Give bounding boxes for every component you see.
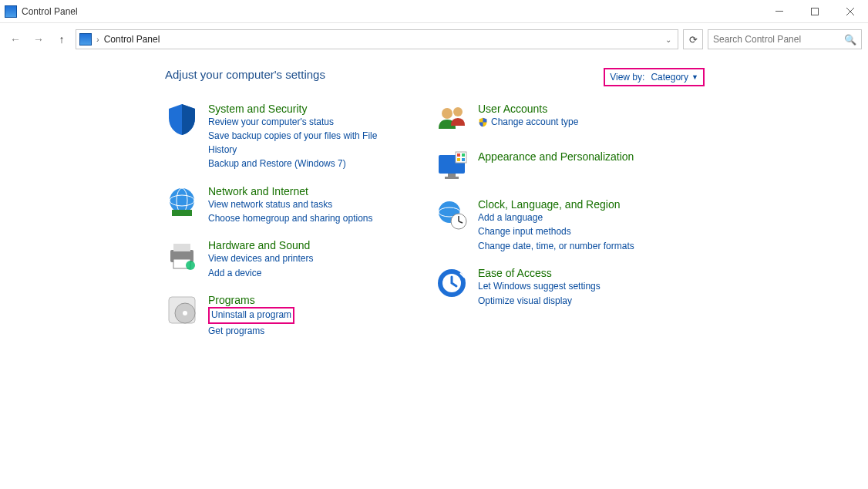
svg-rect-18 <box>462 153 465 157</box>
search-bar[interactable]: 🔍 <box>708 29 862 49</box>
search-icon[interactable]: 🔍 <box>844 34 856 46</box>
minimize-button[interactable] <box>762 0 797 23</box>
category-body: System and Security Review your computer… <box>208 103 389 171</box>
category-body: User Accounts Change account type <box>478 103 578 137</box>
category-body: Network and Internet View network status… <box>208 185 372 226</box>
close-button[interactable] <box>833 0 868 23</box>
refresh-icon: ⟳ <box>689 34 698 46</box>
search-input[interactable] <box>713 34 836 45</box>
svg-point-2 <box>170 188 194 213</box>
link-backup-restore[interactable]: Backup and Restore (Windows 7) <box>208 157 389 170</box>
category-title-user-accounts[interactable]: User Accounts <box>478 103 578 115</box>
category-title-system-security[interactable]: System and Security <box>208 103 389 115</box>
svg-rect-5 <box>172 210 192 216</box>
svg-rect-17 <box>457 153 460 157</box>
titlebar-left: Control Panel <box>0 5 78 18</box>
category-user-accounts: User Accounts Change account type <box>435 103 658 137</box>
category-body: Clock, Language, and Region Add a langua… <box>478 198 634 253</box>
breadcrumb-sep-icon: › <box>96 35 99 44</box>
category-programs: Programs Uninstall a program Get program… <box>165 294 389 338</box>
people-icon <box>435 103 469 137</box>
category-columns: System and Security Review your computer… <box>165 103 868 338</box>
heading-row: Adjust your computer's settings View by:… <box>165 68 705 103</box>
link-optimize-display[interactable]: Optimize visual display <box>478 295 601 308</box>
breadcrumb[interactable]: Control Panel <box>104 34 160 45</box>
link-network-status[interactable]: View network status and tasks <box>208 198 372 211</box>
category-body: Hardware and Sound View devices and prin… <box>208 239 314 280</box>
maximize-button[interactable] <box>797 0 833 23</box>
maximize-icon <box>811 8 819 15</box>
window-title: Control Panel <box>22 6 78 17</box>
svg-rect-20 <box>462 158 465 161</box>
category-body: Ease of Access Let Windows suggest setti… <box>478 267 601 308</box>
monitor-icon <box>435 150 469 184</box>
category-title-network[interactable]: Network and Internet <box>208 185 372 197</box>
up-arrow-icon: ↑ <box>59 33 65 46</box>
content-area: Adjust your computer's settings View by:… <box>0 52 868 338</box>
view-by-label: View by: <box>610 72 644 83</box>
link-homegroup[interactable]: Choose homegroup and sharing options <box>208 212 372 225</box>
shield-icon <box>165 103 199 137</box>
minimize-icon <box>775 11 783 12</box>
link-date-formats[interactable]: Change date, time, or number formats <box>478 240 634 253</box>
ease-of-access-icon <box>435 267 469 301</box>
back-button[interactable]: ← <box>6 30 25 49</box>
category-body: Appearance and Personalization <box>478 150 634 184</box>
disc-icon <box>165 294 199 328</box>
svg-rect-19 <box>457 158 460 161</box>
link-change-account-type[interactable]: Change account type <box>478 116 578 129</box>
svg-rect-1 <box>812 8 819 15</box>
category-clock-language-region: Clock, Language, and Region Add a langua… <box>435 198 658 253</box>
category-system-security: System and Security Review your computer… <box>165 103 389 171</box>
clock-globe-icon <box>435 198 469 232</box>
right-column: User Accounts Change account type Appear… <box>435 103 658 338</box>
category-title-appearance[interactable]: Appearance and Personalization <box>478 150 634 163</box>
category-title-programs[interactable]: Programs <box>208 294 294 306</box>
address-bar[interactable]: › Control Panel ⌄ <box>76 29 678 49</box>
titlebar: Control Panel <box>0 0 868 23</box>
link-uninstall-program[interactable]: Uninstall a program <box>208 307 294 323</box>
link-file-history[interactable]: Save backup copies of your files with Fi… <box>208 130 389 157</box>
printer-icon <box>165 239 199 273</box>
control-panel-chip-icon <box>79 33 92 46</box>
svg-rect-7 <box>173 244 190 251</box>
globe-icon <box>165 185 199 219</box>
svg-point-13 <box>442 108 453 119</box>
uac-shield-icon <box>478 117 488 127</box>
chevron-down-icon: ▼ <box>691 73 698 81</box>
link-suggest-settings[interactable]: Let Windows suggest settings <box>478 280 601 293</box>
category-ease-of-access: Ease of Access Let Windows suggest setti… <box>435 267 658 308</box>
link-get-programs[interactable]: Get programs <box>208 325 294 338</box>
svg-rect-22 <box>445 177 459 179</box>
link-add-language[interactable]: Add a language <box>478 211 634 224</box>
window-controls <box>762 0 868 23</box>
up-button[interactable]: ↑ <box>52 30 71 49</box>
link-input-methods[interactable]: Change input methods <box>478 225 634 238</box>
view-by-value-text: Category <box>651 72 688 83</box>
address-dropdown-icon[interactable]: ⌄ <box>662 35 675 44</box>
category-appearance-personalization: Appearance and Personalization <box>435 150 658 184</box>
category-title-clock[interactable]: Clock, Language, and Region <box>478 198 634 211</box>
svg-rect-21 <box>448 174 456 177</box>
forward-button[interactable]: → <box>29 30 48 49</box>
category-title-hardware[interactable]: Hardware and Sound <box>208 239 314 251</box>
category-title-ease-access[interactable]: Ease of Access <box>478 267 601 279</box>
svg-point-12 <box>183 311 187 315</box>
link-add-device[interactable]: Add a device <box>208 267 314 280</box>
view-by-selector[interactable]: View by: Category ▼ <box>604 68 705 86</box>
link-devices-printers[interactable]: View devices and printers <box>208 252 314 265</box>
svg-point-14 <box>453 107 463 116</box>
view-by-value[interactable]: Category ▼ <box>651 72 698 83</box>
back-arrow-icon: ← <box>10 33 21 46</box>
close-icon <box>846 8 854 15</box>
navigation-row: ← → ↑ › Control Panel ⌄ ⟳ 🔍 <box>0 26 868 52</box>
category-body: Programs Uninstall a program Get program… <box>208 294 294 338</box>
link-review-status[interactable]: Review your computer's status <box>208 116 389 129</box>
page-heading: Adjust your computer's settings <box>165 68 325 81</box>
category-hardware-sound: Hardware and Sound View devices and prin… <box>165 239 389 280</box>
refresh-button[interactable]: ⟳ <box>683 29 703 49</box>
link-change-account-type-text: Change account type <box>491 116 578 129</box>
svg-rect-0 <box>775 11 783 12</box>
control-panel-icon <box>5 5 17 18</box>
left-column: System and Security Review your computer… <box>165 103 389 338</box>
